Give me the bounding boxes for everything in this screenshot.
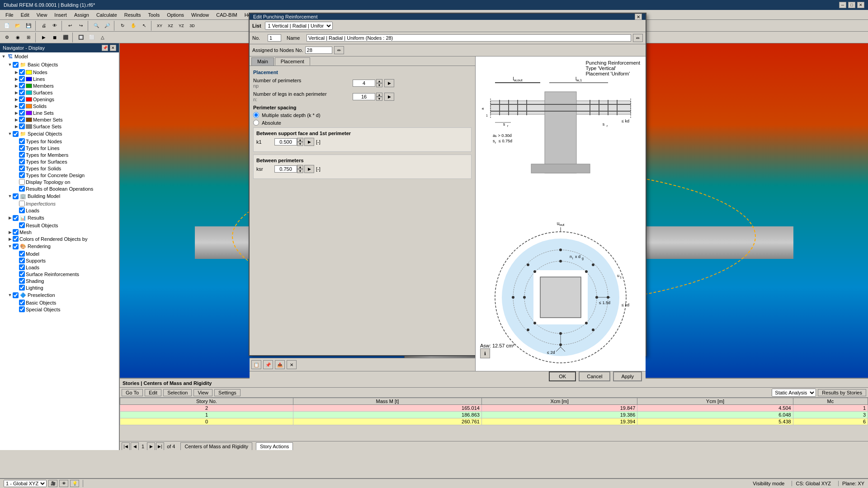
tree-surfaces[interactable]: ▶ Surfaces (0, 89, 119, 96)
window-controls[interactable]: ─ □ ✕ (839, 2, 864, 8)
boolean-ops-check[interactable] (19, 186, 25, 192)
tree-boolean-ops[interactable]: Results of Boolean Operations (0, 185, 119, 192)
stories-edit[interactable]: Edit (145, 389, 161, 396)
tree-loads[interactable]: Loads (0, 207, 119, 214)
edit-name-btn[interactable]: ✏ (633, 34, 643, 42)
stories-settings[interactable]: Settings (214, 389, 241, 396)
tb2-btn9[interactable]: △ (98, 33, 108, 42)
paste-btn[interactable]: 📌 (263, 360, 273, 369)
result-objects-check[interactable] (19, 222, 25, 228)
story-light[interactable]: 💡 (70, 480, 79, 487)
radio-absolute[interactable] (253, 120, 259, 126)
lines-check[interactable] (19, 76, 25, 82)
open-btn[interactable]: 📂 (13, 21, 23, 31)
menu-assign[interactable]: Assign (71, 11, 93, 19)
view-xy[interactable]: XY (155, 21, 165, 31)
tree-linesets[interactable]: ▶ Line Sets (0, 109, 119, 116)
nav-next[interactable]: ▶ (147, 442, 155, 450)
membersets-check[interactable] (19, 117, 25, 122)
redo-btn[interactable]: ↪ (76, 21, 86, 31)
kr-up[interactable]: ▲ (297, 165, 303, 169)
nodes-expand[interactable]: ▶ (14, 70, 19, 75)
nav-prev[interactable]: ◀ (131, 442, 139, 450)
display-topology-check[interactable] (19, 179, 25, 185)
tree-types-solids[interactable]: Types for Solids (0, 165, 119, 172)
rendering-supports-check[interactable] (19, 258, 25, 263)
num-perimeters-arrow[interactable]: ▶ (384, 79, 394, 87)
tb2-btn7[interactable]: 🔲 (76, 33, 86, 42)
print-btn[interactable]: 🖨 (39, 21, 49, 31)
results-by-stories-btn[interactable]: Results by Stories (818, 389, 866, 396)
tree-membersets[interactable]: ▶ Member Sets (0, 116, 119, 123)
surfacesets-check[interactable] (19, 123, 25, 129)
menu-view[interactable]: View (33, 11, 51, 19)
nav-last[interactable]: ▶| (156, 442, 164, 450)
kr-down[interactable]: ▼ (297, 169, 303, 173)
name-input[interactable] (307, 34, 631, 42)
view-yz[interactable]: YZ (176, 21, 186, 31)
tree-building-model[interactable]: ▼ 🏢 Building Model (0, 192, 119, 200)
rotate-btn[interactable]: ↻ (118, 21, 127, 31)
tree-basic-objects[interactable]: ▼ 📁 Basic Objects (0, 61, 119, 69)
close-button[interactable]: ✕ (857, 2, 864, 8)
tab-centers-mass[interactable]: Centers of Mass and Rigidity (180, 442, 252, 450)
kr-input[interactable] (274, 165, 297, 173)
num-legs-input[interactable] (353, 93, 375, 100)
k1-up[interactable]: ▲ (297, 138, 303, 142)
shading-check[interactable] (19, 278, 25, 284)
num-perimeters-down[interactable]: ▼ (376, 83, 382, 87)
tb2-btn2[interactable]: ◉ (13, 33, 23, 42)
new-btn[interactable]: 📄 (2, 21, 12, 31)
menu-file[interactable]: File (2, 11, 17, 19)
tree-lighting[interactable]: Lighting (0, 284, 119, 291)
model-expand[interactable]: ▼ (1, 54, 6, 59)
preselection-check[interactable] (13, 292, 19, 298)
loads-check[interactable] (19, 207, 25, 213)
menu-window[interactable]: Window (188, 11, 212, 19)
tree-presel-basic[interactable]: Basic Objects (0, 299, 119, 306)
export-btn[interactable]: 📤 (275, 360, 285, 369)
building-model-check[interactable] (13, 193, 19, 199)
tree-types-nodes[interactable]: Types for Nodes (0, 138, 119, 145)
ok-button[interactable]: OK (549, 371, 576, 381)
tree-types-lines[interactable]: Types for Lines (0, 145, 119, 151)
num-legs-arrow[interactable]: ▶ (384, 93, 394, 101)
menu-cadbim[interactable]: CAD-BIM (212, 11, 241, 19)
tree-result-objects[interactable]: Result Objects (0, 222, 119, 229)
tree-shading[interactable]: Shading (0, 277, 119, 284)
basic-objects-check[interactable] (13, 62, 19, 68)
maximize-button[interactable]: □ (848, 2, 855, 8)
surfaces-check[interactable] (19, 89, 25, 95)
tb2-btn1[interactable]: ⚙ (2, 33, 12, 42)
tab-story-actions[interactable]: Story Actions (256, 442, 293, 450)
k1-arrow[interactable]: ▶ (304, 138, 314, 146)
story-row-1[interactable]: 1 186.863 19.386 6.048 3 (120, 412, 868, 418)
tree-types-surfaces[interactable]: Types for Surfaces (0, 158, 119, 165)
view-xz[interactable]: XZ (165, 21, 175, 31)
del-btn[interactable]: ✕ (287, 360, 297, 369)
stories-selection[interactable]: Selection (163, 389, 192, 396)
types-concrete-check[interactable] (19, 172, 25, 178)
presel-basic-check[interactable] (19, 300, 25, 305)
stories-goto[interactable]: Go To (122, 389, 143, 396)
types-lines-check[interactable] (19, 145, 25, 151)
lighting-check[interactable] (19, 285, 25, 291)
special-objects-check[interactable] (13, 131, 19, 137)
menu-tools[interactable]: Tools (144, 11, 163, 19)
story-row-2[interactable]: 2 165.014 19.847 4.504 1 (120, 405, 868, 412)
pan-btn[interactable]: ✋ (128, 21, 138, 31)
tree-preselection[interactable]: ▼ 🔷 Preselection (0, 291, 119, 299)
stories-view[interactable]: View (193, 389, 212, 396)
tree-members[interactable]: ▶ Members (0, 82, 119, 89)
assigned-input[interactable] (305, 47, 332, 54)
tree-lines[interactable]: ▶ Lines (0, 75, 119, 82)
surface-reinf-check[interactable] (19, 271, 25, 277)
k1-down[interactable]: ▼ (297, 142, 303, 146)
story-select[interactable]: 1 - Global XYZ (4, 480, 47, 487)
select-btn[interactable]: ↖ (139, 21, 149, 31)
zoom-out[interactable]: 🔎 (102, 21, 112, 31)
tree-presel-special[interactable]: Special Objects (0, 306, 119, 313)
num-perimeters-up[interactable]: ▲ (376, 79, 382, 83)
tree-mesh[interactable]: ▶ Mesh (0, 229, 119, 235)
minimize-button[interactable]: ─ (839, 2, 846, 8)
